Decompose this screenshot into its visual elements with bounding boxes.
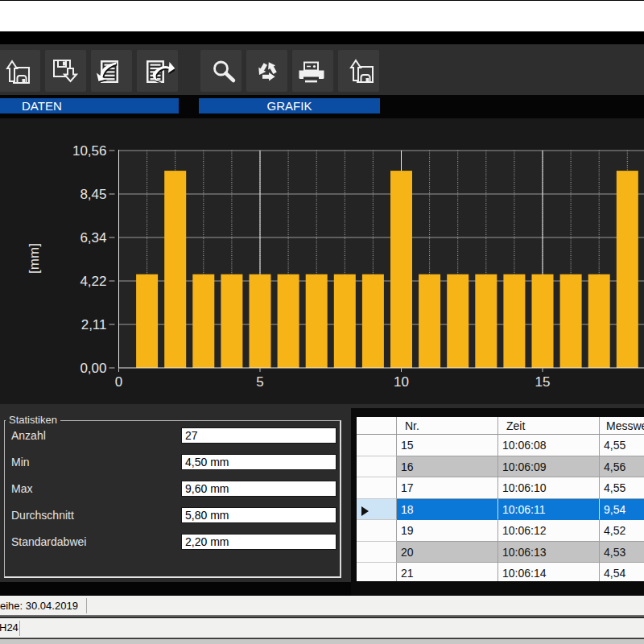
svg-text:10,56: 10,56 [72, 143, 107, 159]
svg-text:0: 0 [115, 374, 122, 390]
svg-text:6,34: 6,34 [80, 230, 106, 246]
svg-text:4,22: 4,22 [80, 274, 106, 289]
svg-text:5: 5 [256, 374, 263, 390]
svg-text:[mm]: [mm] [27, 243, 42, 274]
svg-text:15: 15 [535, 374, 551, 390]
svg-text:0,00: 0,00 [80, 361, 106, 376]
svg-text:8,45: 8,45 [80, 187, 106, 202]
svg-text:10: 10 [394, 374, 409, 390]
svg-text:2,11: 2,11 [81, 317, 107, 332]
